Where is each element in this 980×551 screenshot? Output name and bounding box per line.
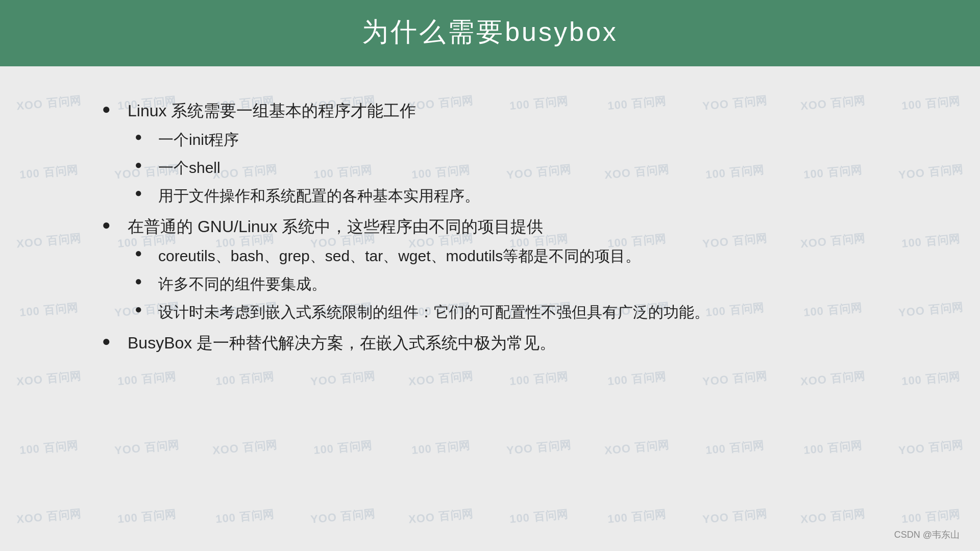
watermark-cell: 100 百问网	[781, 409, 885, 486]
bullet-text: BusyBox 是一种替代解决方案，在嵌入式系统中极为常见。	[128, 334, 556, 352]
watermark-cell: YOO 百问网	[683, 478, 787, 551]
sub-bullet-item: 一个shell	[128, 155, 878, 181]
sub-bullet-item: 许多不同的组件要集成。	[128, 271, 878, 297]
footer-text: CSDN @韦东山	[894, 530, 960, 540]
watermark-cell: XOO 百问网	[585, 409, 689, 486]
bullet-text: 在普通的 GNU/Linux 系统中，这些程序由不同的项目提供	[128, 217, 543, 236]
watermark-cell: 100 百问网	[95, 478, 199, 551]
slide-content: Linux 系统需要一组基本的程序才能工作一个init程序一个shell用于文件…	[0, 66, 980, 381]
watermark-cell: XOO 百问网	[193, 409, 297, 486]
watermark-cell: 100 百问网	[0, 409, 101, 486]
sub-bullet-list: 一个init程序一个shell用于文件操作和系统配置的各种基本实用程序。	[128, 127, 878, 209]
watermark-cell: YOO 百问网	[487, 409, 591, 486]
sub-bullet-item: 一个init程序	[128, 127, 878, 153]
watermark-cell: 100 百问网	[389, 409, 493, 486]
slide-footer: CSDN @韦东山	[894, 529, 960, 541]
watermark-cell: 100 百问网	[683, 409, 787, 486]
bullet-item: Linux 系统需要一组基本的程序才能工作一个init程序一个shell用于文件…	[102, 97, 878, 209]
main-bullet-list: Linux 系统需要一组基本的程序才能工作一个init程序一个shell用于文件…	[102, 97, 878, 357]
watermark-cell: 100 百问网	[487, 478, 591, 551]
watermark-cell: XOO 百问网	[0, 478, 101, 551]
sub-bullet-item: 用于文件操作和系统配置的各种基本实用程序。	[128, 183, 878, 209]
watermark-cell: YOO 百问网	[95, 409, 199, 486]
watermark-cell: XOO 百问网	[781, 478, 885, 551]
watermark-cell: 100 百问网	[291, 409, 395, 486]
watermark-cell: XOO 百问网	[389, 478, 493, 551]
sub-bullet-item: 设计时未考虑到嵌入式系统限制的组件：它们的可配置性不强但具有广泛的功能。	[128, 299, 878, 325]
sub-bullet-item: coreutils、bash、grep、sed、tar、wget、modutil…	[128, 243, 878, 269]
sub-bullet-list: coreutils、bash、grep、sed、tar、wget、modutil…	[128, 243, 878, 325]
bullet-text: Linux 系统需要一组基本的程序才能工作	[128, 102, 416, 120]
slide-title: 为什么需要busybox	[0, 14, 980, 50]
bullet-item: BusyBox 是一种替代解决方案，在嵌入式系统中极为常见。	[102, 329, 878, 357]
watermark-cell: 100 百问网	[193, 478, 297, 551]
watermark-cell: YOO 百问网	[291, 478, 395, 551]
slide-header: 为什么需要busybox	[0, 0, 980, 66]
watermark-cell: YOO 百问网	[879, 409, 980, 486]
bullet-item: 在普通的 GNU/Linux 系统中，这些程序由不同的项目提供coreutils…	[102, 213, 878, 324]
watermark-cell: 100 百问网	[585, 478, 689, 551]
